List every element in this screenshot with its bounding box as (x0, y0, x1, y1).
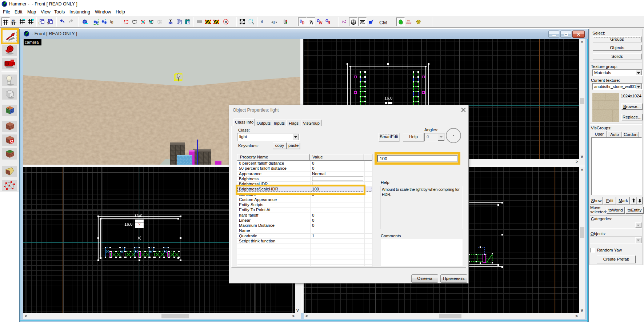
svg-text:ig: ig (110, 20, 113, 24)
svg-text:W: W (319, 21, 323, 25)
svg-text:CM: CM (379, 20, 387, 25)
svg-text:tl: tl (273, 20, 275, 25)
svg-text:R: R (225, 20, 227, 24)
svg-text:16.0: 16.0 (134, 214, 142, 218)
svg-text:16.0: 16.0 (124, 222, 132, 226)
svg-text:q: q (142, 21, 143, 23)
svg-text:tl: tl (261, 20, 263, 24)
svg-text:no: no (407, 19, 410, 22)
svg-text:R: R (328, 21, 331, 25)
svg-text:D: D (302, 21, 304, 25)
svg-text:draw: draw (406, 22, 411, 24)
svg-text:16.0: 16.0 (384, 96, 392, 100)
svg-text:3D: 3D (11, 19, 15, 22)
svg-text:q: q (151, 21, 152, 23)
